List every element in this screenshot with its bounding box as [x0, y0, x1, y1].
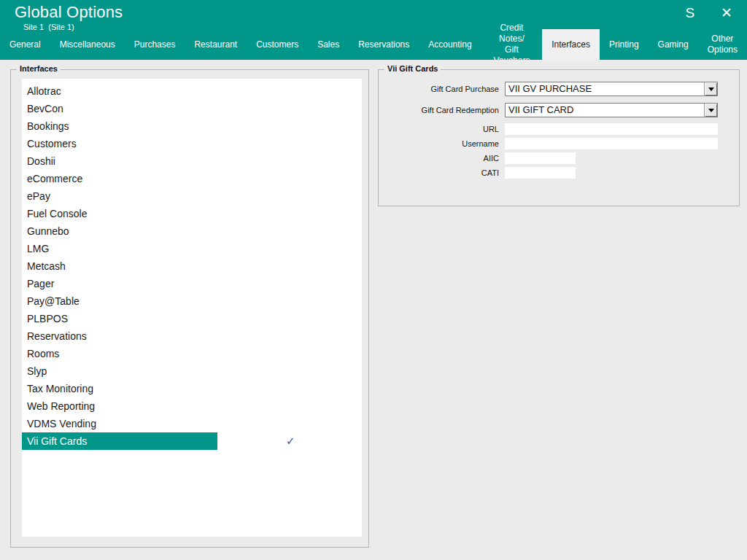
- username-field[interactable]: [505, 138, 718, 149]
- list-item-metcash[interactable]: Metcash: [22, 257, 362, 275]
- content-area: Interfaces AllotracBevConBookingsCustome…: [0, 60, 747, 560]
- tab-gaming[interactable]: Gaming: [649, 29, 698, 60]
- tab-purchases[interactable]: Purchases: [125, 29, 185, 60]
- tab-restaurant[interactable]: Restaurant: [185, 29, 247, 60]
- tab-accounting[interactable]: Accounting: [419, 29, 481, 60]
- tab-printing[interactable]: Printing: [600, 29, 649, 60]
- list-item-vdms-vending[interactable]: VDMS Vending: [22, 415, 362, 432]
- list-item-label: Slyp: [22, 362, 217, 380]
- tab-miscellaneous[interactable]: Miscellaneous: [50, 29, 125, 60]
- list-item-allotrac[interactable]: Allotrac: [22, 82, 362, 100]
- chevron-down-icon: [708, 88, 714, 91]
- interfaces-groupbox-title: Interfaces: [17, 64, 61, 73]
- gift-card-purchase-label: Gift Card Purchase: [384, 85, 499, 93]
- list-item-label: Allotrac: [22, 82, 217, 100]
- list-item-label: ePay: [22, 187, 217, 205]
- vii-gift-cards-groupbox: Vii Gift Cards Gift Card PurchaseVII GV …: [378, 69, 740, 206]
- gift-card-purchase-dropdown-button[interactable]: [704, 82, 717, 96]
- s-button[interactable]: S: [681, 4, 699, 21]
- list-item-label: Web Reporting: [22, 397, 217, 415]
- aiic-field[interactable]: [505, 152, 576, 164]
- list-item-label: Fuel Console: [22, 205, 217, 222]
- field-row-aiic: AIIC: [384, 151, 576, 166]
- list-item-label: PLBPOS: [22, 310, 217, 327]
- title-bar: Global Options Site 1 (Site 1) S ✕ Gener…: [0, 0, 747, 60]
- gift-card-redemption-combobox[interactable]: VII GIFT CARD: [505, 103, 718, 117]
- list-item-label: Metcash: [22, 257, 217, 275]
- list-item-vii-gift-cards[interactable]: Vii Gift Cards✓: [22, 432, 362, 450]
- gift-card-redemption-dropdown-button[interactable]: [704, 104, 717, 117]
- interfaces-groupbox: Interfaces AllotracBevConBookingsCustome…: [10, 69, 369, 548]
- list-item-label: BevCon: [22, 100, 217, 117]
- gift-card-purchase-value: VII GV PURCHASE: [506, 82, 704, 96]
- cati-field[interactable]: [505, 167, 576, 179]
- list-item-plbpos[interactable]: PLBPOS: [22, 310, 362, 327]
- gift-card-purchase-combobox[interactable]: VII GV PURCHASE: [505, 82, 718, 96]
- field-row-gift-card-purchase: Gift Card PurchaseVII GV PURCHASE: [384, 82, 718, 96]
- list-item-rooms[interactable]: Rooms: [22, 345, 362, 362]
- tab-credit-notes-gift-vouchers[interactable]: Credit Notes/ Gift Vouchers: [481, 29, 543, 60]
- tab-customers[interactable]: Customers: [247, 29, 308, 60]
- tab-general[interactable]: General: [0, 29, 50, 60]
- list-item-label: Pager: [22, 275, 217, 292]
- window-controls: S ✕: [681, 4, 737, 21]
- tab-interfaces[interactable]: Interfaces: [542, 29, 600, 60]
- list-item-epay[interactable]: ePay: [22, 187, 362, 205]
- vii-gift-cards-groupbox-title: Vii Gift Cards: [384, 64, 441, 73]
- url-field[interactable]: [505, 123, 718, 135]
- list-item-web-reporting[interactable]: Web Reporting: [22, 397, 362, 415]
- list-item-lmg[interactable]: LMG: [22, 240, 362, 257]
- list-item-pay-table[interactable]: Pay@Table: [22, 292, 362, 310]
- gift-card-redemption-value: VII GIFT CARD: [506, 104, 704, 117]
- list-item-pager[interactable]: Pager: [22, 275, 362, 292]
- interfaces-list[interactable]: AllotracBevConBookingsCustomersDoshiieCo…: [22, 79, 362, 537]
- list-item-label: Customers: [22, 135, 217, 152]
- field-row-username: Username: [384, 136, 718, 151]
- list-item-tax-monitoring[interactable]: Tax Monitoring: [22, 380, 362, 397]
- aiic-label: AIIC: [384, 154, 499, 163]
- tab-bar: GeneralMiscellaneousPurchasesRestaurantC…: [0, 29, 747, 60]
- list-item-label: LMG: [22, 240, 217, 257]
- list-item-label: Pay@Table: [22, 292, 217, 310]
- close-button[interactable]: ✕: [716, 4, 737, 21]
- list-item-reservations[interactable]: Reservations: [22, 327, 362, 345]
- tab-sales[interactable]: Sales: [308, 29, 349, 60]
- list-item-label: Bookings: [22, 117, 217, 135]
- url-label: URL: [384, 125, 499, 133]
- field-row-gift-card-redemption: Gift Card RedemptionVII GIFT CARD: [384, 103, 718, 117]
- window-title: Global Options: [15, 3, 123, 22]
- field-row-url: URL: [384, 122, 718, 136]
- chevron-down-icon: [708, 109, 714, 112]
- list-item-label: Rooms: [22, 345, 217, 362]
- list-item-slyp[interactable]: Slyp: [22, 362, 362, 380]
- list-item-label: Doshii: [22, 152, 217, 170]
- list-item-label: Gunnebo: [22, 222, 217, 240]
- list-item-label: Tax Monitoring: [22, 380, 217, 397]
- list-item-bookings[interactable]: Bookings: [22, 117, 362, 135]
- tab-other-options[interactable]: Other Options: [698, 29, 747, 60]
- list-item-gunnebo[interactable]: Gunnebo: [22, 222, 362, 240]
- list-item-bevcon[interactable]: BevCon: [22, 100, 362, 117]
- list-item-customers[interactable]: Customers: [22, 135, 362, 152]
- tab-reservations[interactable]: Reservations: [349, 29, 419, 60]
- list-item-label: VDMS Vending: [22, 415, 217, 432]
- cati-label: CATI: [384, 168, 499, 177]
- list-item-doshii[interactable]: Doshii: [22, 152, 362, 170]
- gift-card-redemption-label: Gift Card Redemption: [384, 106, 499, 114]
- list-item-label: Vii Gift Cards: [22, 432, 217, 450]
- list-item-ecommerce[interactable]: eCommerce: [22, 170, 362, 187]
- username-label: Username: [384, 139, 499, 148]
- list-item-label: Reservations: [22, 327, 217, 345]
- field-row-cati: CATI: [384, 166, 576, 180]
- list-item-fuel-console[interactable]: Fuel Console: [22, 205, 362, 222]
- active-check-icon: ✓: [286, 432, 295, 450]
- list-item-label: eCommerce: [22, 170, 217, 187]
